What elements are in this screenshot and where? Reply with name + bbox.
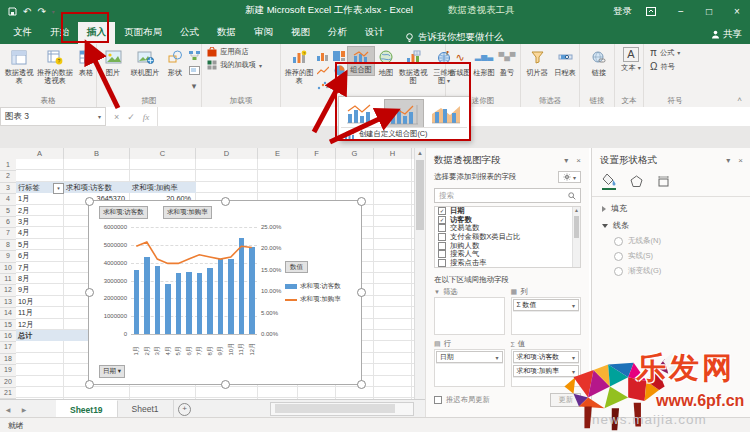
column-header-F[interactable]: F (298, 148, 336, 159)
pivot-chart[interactable]: 求和项:访客数求和项:加购率60000005000000400000030000… (88, 200, 362, 385)
field-item-搜索点击率[interactable]: 搜索点击率 (435, 259, 580, 268)
recommended-charts-button[interactable]: ? 推荐的图表 (283, 46, 315, 86)
ribbon-display-options-icon[interactable] (646, 7, 660, 16)
minimize-button[interactable]: − (674, 6, 688, 17)
column-header-D[interactable]: D (196, 148, 258, 159)
new-sheet-button[interactable]: + (174, 400, 196, 418)
axis-field-button-date[interactable]: 日期 ▾ (99, 365, 125, 378)
column-header-G[interactable]: G (336, 148, 374, 159)
customize-qat-icon[interactable]: ▾ (52, 8, 55, 15)
line-option-渐变线(G)[interactable]: 渐变线(G) (592, 261, 750, 276)
format-pane-close-icon[interactable]: × (738, 156, 743, 165)
pictures-button[interactable]: 图片 (99, 46, 127, 78)
fields-pane-options-icon[interactable]: ▾ (564, 156, 568, 165)
sheet-tab-Sheet1[interactable]: Sheet1 (118, 400, 174, 418)
chart-selection-handle[interactable] (221, 197, 230, 206)
sparkline-line-button[interactable]: ∿ 折线图 (448, 46, 472, 78)
column-chart-icon[interactable] (315, 48, 331, 63)
rows-area-box[interactable]: 日期▾ (434, 349, 505, 387)
chart-selection-handle[interactable] (85, 380, 94, 389)
smartart-icon[interactable] (187, 48, 201, 63)
format-pane-options-icon[interactable]: ▾ (726, 156, 730, 165)
tab-review[interactable]: 审阅 (245, 22, 282, 44)
sheet-tab-Sheet19[interactable]: Sheet19 (56, 400, 118, 418)
hierarchy-chart-icon[interactable] (331, 48, 347, 63)
timeline-button[interactable]: 日程表 (551, 46, 579, 78)
maps-button[interactable]: 地图 (375, 46, 397, 78)
fields-pane-close-icon[interactable]: × (576, 156, 581, 165)
chart-selection-handle[interactable] (357, 288, 366, 297)
chart-selection-handle[interactable] (85, 288, 94, 297)
tab-insert[interactable]: 插入 (78, 22, 115, 44)
chart-selection-handle[interactable] (221, 380, 230, 389)
text-button[interactable]: A 文本 ▾ (619, 46, 643, 73)
column-header-E[interactable]: E (258, 148, 298, 159)
create-custom-combo-menu-item[interactable]: 创建自定义组合图(C) (339, 128, 469, 140)
fields-settings-button[interactable]: ▾ (558, 171, 581, 183)
table-button[interactable]: 表格 (74, 46, 98, 78)
my-addins-button[interactable]: 我的加载项 ▾ (207, 60, 280, 70)
area-item-Σ 数值[interactable]: Σ 数值▾ (513, 299, 580, 311)
fill-section-header[interactable]: 填充 (592, 197, 750, 214)
sign-in-button[interactable]: 登录 (613, 5, 632, 18)
fields-scroll-up-icon[interactable]: ▲ (574, 207, 579, 213)
checked-checkbox[interactable]: ✓ (438, 216, 446, 224)
pivottable-button[interactable]: 数据透视表 (2, 46, 36, 86)
line-option-实线(S)[interactable]: 实线(S) (592, 246, 750, 261)
line-option-无线条(N)[interactable]: 无线条(N) (592, 231, 750, 246)
defer-layout-checkbox[interactable]: 推迟布局更新 (434, 395, 490, 405)
vertical-scrollbar[interactable]: ▲ (414, 148, 425, 399)
row-header-21[interactable]: 21 (0, 387, 16, 399)
tab-page-layout[interactable]: 页面布局 (115, 22, 171, 44)
area-item-求和项:加购率[interactable]: 求和项:加购率▾ (513, 365, 580, 377)
scroll-up-icon[interactable]: ▲ (415, 148, 425, 158)
columns-area-box[interactable]: Σ 数值▾ (511, 297, 582, 335)
column-header-H[interactable]: H (374, 148, 412, 159)
combo-chart-button[interactable]: 组合图 (347, 46, 375, 76)
unchecked-checkbox[interactable] (438, 250, 446, 258)
cancel-icon[interactable]: × (114, 112, 119, 122)
fields-search-input[interactable]: 搜索 (434, 188, 581, 203)
name-box[interactable]: 图表 3 ▾ (0, 107, 106, 126)
unchecked-checkbox[interactable] (438, 224, 446, 232)
combo-thumbnail-secondary-axis[interactable] (384, 99, 424, 128)
save-icon[interactable] (8, 7, 17, 16)
chart-selection-handle[interactable] (357, 197, 366, 206)
recommended-pivottables-button[interactable]: ? 推荐的数据透视表 (36, 46, 74, 86)
online-pictures-button[interactable]: 联机图片 (127, 46, 163, 78)
pivotchart-button[interactable]: 数据透视图 (397, 46, 429, 86)
sheet-nav-right-icon[interactable]: ▶ (16, 400, 32, 418)
unchecked-checkbox[interactable] (438, 259, 446, 267)
sparkline-column-button[interactable]: ▂▅▃ 柱形图 (472, 46, 496, 78)
filters-area-box[interactable] (434, 297, 505, 335)
share-button[interactable]: 共享 (711, 28, 742, 41)
values-area-box[interactable]: 求和项:访客数▾求和项:加购率▾ (511, 349, 582, 387)
update-button[interactable]: 更新 (550, 393, 581, 407)
sheet-nav-left-icon[interactable]: ◀ (0, 400, 16, 418)
column-header-A[interactable]: A (16, 148, 64, 159)
close-button[interactable]: × (730, 6, 744, 17)
slicer-button[interactable]: 切片器 (523, 46, 551, 78)
pie-chart-icon[interactable] (331, 63, 347, 78)
insert-function-icon[interactable]: fx (143, 112, 150, 122)
tab-data[interactable]: 数据 (208, 22, 245, 44)
tell-me-box[interactable]: 告诉我你想要做什么 (405, 31, 504, 44)
size-properties-tab[interactable] (657, 175, 670, 190)
tab-formulas[interactable]: 公式 (171, 22, 208, 44)
tab-design[interactable]: 设计 (356, 22, 393, 44)
waterfall-chart-icon[interactable] (331, 78, 347, 93)
horizontal-scroll-thumb[interactable] (275, 404, 395, 413)
area-item-日期[interactable]: 日期▾ (436, 351, 503, 363)
link-button[interactable]: 链接 (585, 46, 613, 78)
fields-list-scrollbar[interactable]: ▲ (572, 207, 580, 267)
effects-tab[interactable] (630, 175, 643, 190)
combo-thumbnail-stacked-area-column[interactable] (427, 99, 465, 126)
store-button[interactable]: 应用商店 (207, 47, 280, 57)
column-header-B[interactable]: B (64, 148, 130, 159)
undo-icon[interactable]: ↶ (23, 6, 31, 17)
tab-file[interactable]: 文件 (4, 22, 41, 44)
chart-selection-handle[interactable] (85, 197, 94, 206)
scatter-chart-icon[interactable] (315, 78, 331, 93)
shapes-button[interactable]: 形状 (163, 46, 187, 78)
sparkline-winloss-button[interactable]: ▀▄▀ 盈亏 (496, 46, 518, 78)
